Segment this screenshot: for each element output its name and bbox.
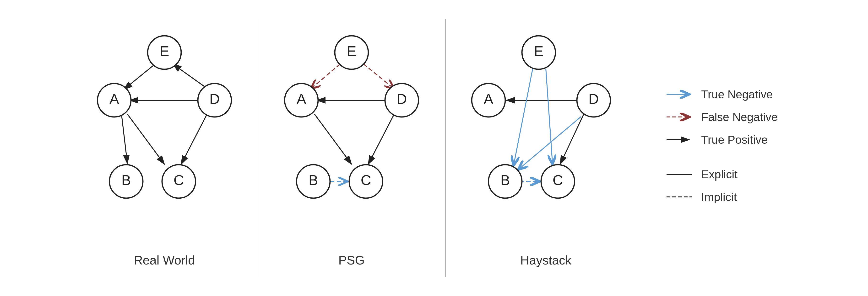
real-world-svg: E A D B C	[90, 29, 239, 243]
haystack-svg: E A D B C	[465, 29, 627, 243]
psg-svg: E A D B C	[277, 29, 426, 243]
svg-text:E: E	[160, 43, 169, 59]
real-world-label: Real World	[134, 253, 195, 267]
svg-text:C: C	[174, 172, 184, 188]
haystack-label: Haystack	[520, 253, 571, 267]
legend-true-positive: True Positive	[665, 133, 778, 146]
svg-text:E: E	[347, 43, 356, 59]
svg-line-2	[173, 64, 209, 90]
main-container: E A D B C Real World	[0, 0, 868, 296]
svg-text:D: D	[397, 91, 407, 107]
false-negative-icon	[665, 112, 694, 122]
svg-text:B: B	[500, 172, 510, 188]
svg-text:A: A	[484, 91, 493, 107]
real-world-panel: E A D B C Real World	[71, 19, 258, 277]
haystack-panel: E A D B C Haystack	[445, 19, 646, 277]
svg-line-21	[311, 64, 340, 89]
legend-section: True Negative False Negative	[646, 19, 797, 277]
svg-line-6	[181, 113, 208, 164]
svg-line-19	[314, 114, 351, 164]
svg-line-1	[124, 63, 156, 90]
svg-text:A: A	[110, 91, 119, 107]
false-negative-label: False Negative	[701, 110, 778, 124]
svg-line-4	[121, 113, 127, 164]
legend-false-negative: False Negative	[665, 110, 778, 124]
psg-panel: E A D B C PSG	[258, 19, 445, 277]
implicit-label: Implicit	[701, 191, 737, 204]
true-positive-label: True Positive	[701, 133, 768, 146]
svg-text:D: D	[209, 91, 220, 107]
graphs-section: E A D B C Real World	[71, 19, 797, 277]
true-negative-label: True Negative	[701, 88, 773, 101]
svg-text:E: E	[534, 43, 544, 59]
svg-line-37	[514, 65, 533, 165]
psg-label: PSG	[338, 253, 365, 267]
legend-implicit: Implicit	[665, 191, 778, 204]
explicit-icon	[665, 169, 694, 179]
svg-line-38	[546, 69, 553, 164]
svg-text:B: B	[309, 172, 318, 188]
svg-text:C: C	[553, 172, 563, 188]
svg-line-36	[560, 113, 584, 164]
implicit-icon	[665, 192, 694, 202]
svg-text:A: A	[297, 91, 306, 107]
true-positive-icon	[665, 135, 694, 144]
legend-spacer	[665, 156, 778, 163]
svg-text:B: B	[121, 172, 131, 188]
svg-line-20	[368, 113, 395, 164]
explicit-label: Explicit	[701, 168, 738, 181]
svg-line-22	[364, 64, 394, 89]
legend-explicit: Explicit	[665, 168, 778, 181]
true-negative-icon	[665, 90, 694, 99]
legend-true-negative: True Negative	[665, 88, 778, 101]
svg-text:C: C	[361, 172, 371, 188]
svg-text:D: D	[588, 91, 599, 107]
svg-line-5	[127, 114, 164, 164]
